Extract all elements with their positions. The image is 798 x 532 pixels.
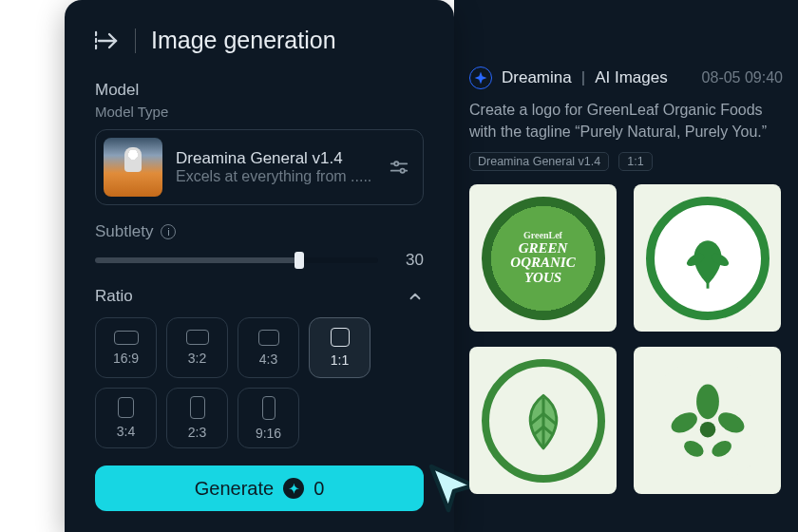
model-selector[interactable]: Dreamina General v1.4 Excels at everythi…	[95, 129, 424, 205]
author-avatar	[469, 66, 492, 89]
info-icon[interactable]: i	[161, 224, 176, 239]
ratio-option-16-9[interactable]: 16:9	[95, 317, 157, 378]
expand-icon[interactable]	[95, 29, 120, 52]
svg-point-10	[699, 422, 715, 438]
svg-point-3	[394, 162, 398, 165]
subtlety-label: Subtlety	[95, 222, 153, 241]
panel-title: Image generation	[151, 27, 336, 54]
timestamp: 08-05 09:40	[702, 69, 783, 86]
chevron-up-icon	[407, 288, 424, 305]
ratio-option-9-16[interactable]: 9:16	[238, 388, 299, 448]
prompt-text: Create a logo for GreenLeaf Organic Food…	[469, 99, 783, 142]
ratio-toggle[interactable]: Ratio	[95, 287, 424, 306]
credit-icon: ✦	[283, 478, 304, 499]
ratio-option-2-3[interactable]: 2:3	[166, 388, 228, 448]
result-image[interactable]	[634, 347, 781, 494]
result-image[interactable]	[634, 184, 781, 332]
svg-point-14	[681, 437, 706, 460]
generate-button[interactable]: Generate ✦ 0	[95, 466, 424, 511]
model-name: Dreamina General v1.4	[176, 149, 375, 168]
feed-panel: Dreamina | AI Images 08-05 09:40 Create …	[469, 66, 783, 494]
category-label: AI Images	[595, 68, 668, 87]
generate-credits: 0	[314, 478, 324, 500]
tag-ratio: 1:1	[618, 152, 652, 171]
model-section-label: Model	[95, 81, 424, 100]
ratio-option-1-1[interactable]: 1:1	[309, 317, 370, 378]
model-type-label: Model Type	[95, 104, 424, 120]
generate-label: Generate	[195, 478, 274, 500]
svg-marker-6	[475, 72, 487, 85]
ratio-option-3-4[interactable]: 3:4	[95, 388, 157, 448]
generation-panel: Image generation Model Model Type Dreami…	[65, 0, 454, 532]
svg-rect-9	[706, 278, 709, 288]
svg-point-11	[696, 384, 719, 419]
model-desc: Excels at everything from .....	[176, 168, 375, 185]
result-image[interactable]: GreenLefGREENOQRANICYOUS	[469, 184, 617, 332]
svg-point-15	[709, 437, 733, 460]
separator: |	[581, 68, 585, 87]
svg-point-5	[401, 169, 405, 173]
subtlety-value: 30	[395, 251, 424, 270]
subtlety-slider[interactable]	[95, 257, 378, 263]
result-image[interactable]	[469, 347, 617, 494]
model-thumbnail	[104, 138, 162, 197]
ratio-label: Ratio	[95, 287, 133, 306]
svg-point-13	[714, 408, 748, 437]
author-name: Dreamina	[502, 68, 572, 87]
ratio-option-3-2[interactable]: 3:2	[166, 317, 228, 378]
svg-point-12	[667, 408, 700, 437]
ratio-option-4-3[interactable]: 4:3	[238, 317, 299, 378]
tag-model: Dreamina General v1.4	[469, 152, 609, 171]
sliders-icon[interactable]	[389, 157, 409, 178]
